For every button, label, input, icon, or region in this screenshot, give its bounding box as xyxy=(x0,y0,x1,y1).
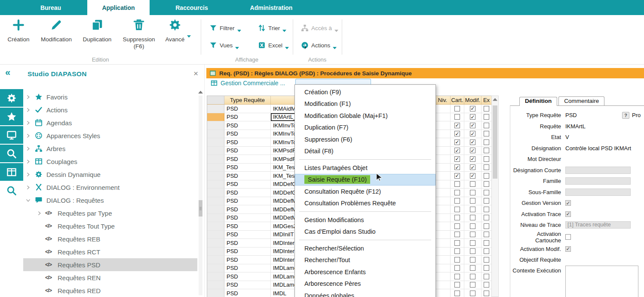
menu-item-listes-partag-es-objet[interactable]: Listes Partagées Objet xyxy=(295,162,435,174)
row-selector[interactable] xyxy=(207,164,224,172)
cart-checkbox[interactable] xyxy=(454,106,460,111)
modif-checkbox[interactable] xyxy=(470,274,475,279)
ex-checkbox[interactable] xyxy=(484,265,489,271)
cart-checkbox[interactable] xyxy=(454,257,460,263)
row-selector[interactable] xyxy=(207,205,224,213)
ex-checkbox[interactable] xyxy=(484,282,489,288)
row-selector[interactable] xyxy=(207,113,224,121)
modif-checkbox[interactable] xyxy=(470,223,475,229)
actions-button[interactable]: Actions xyxy=(301,40,337,50)
search-rail-button[interactable] xyxy=(0,182,23,199)
tree-item-apparences-styles[interactable]: Apparences Styles xyxy=(23,129,197,142)
modif-checkbox[interactable] xyxy=(470,232,475,237)
row-selector[interactable] xyxy=(207,281,224,289)
ex-checkbox[interactable] xyxy=(484,248,489,254)
chevron-right-icon[interactable] xyxy=(26,95,33,99)
row-selector[interactable] xyxy=(207,214,224,222)
row-selector[interactable] xyxy=(207,222,224,230)
creation-button[interactable]: Création xyxy=(2,19,35,43)
cart-checkbox[interactable] xyxy=(454,207,460,212)
modif-checkbox[interactable] xyxy=(470,215,475,220)
menu-item-modification-f1[interactable]: Modification (F1) xyxy=(295,98,435,110)
row-selector[interactable] xyxy=(207,147,224,155)
chevron-right-icon[interactable] xyxy=(26,185,33,190)
modif-checkbox[interactable] xyxy=(470,190,475,195)
row-selector[interactable] xyxy=(207,138,224,146)
row-selector[interactable] xyxy=(207,130,224,138)
tree-item-arbres[interactable]: Arbres xyxy=(23,142,197,155)
modif-checkbox[interactable] xyxy=(470,248,475,254)
cart-checkbox[interactable] xyxy=(454,265,460,271)
tree-item-requ-tes-par-type[interactable]: </>Requêtes par Type xyxy=(23,207,197,220)
ex-checkbox[interactable] xyxy=(484,257,489,263)
menu-item-donn-es-globales[interactable]: Données globales xyxy=(295,290,435,297)
modif-checkbox[interactable]: ✓ xyxy=(470,131,475,136)
tab-definition[interactable]: Définition xyxy=(519,97,557,106)
vues-button[interactable]: Vues xyxy=(209,40,239,50)
cart-checkbox[interactable] xyxy=(454,181,460,187)
ex-checkbox[interactable] xyxy=(484,232,489,237)
menu-item-d-tail-f8[interactable]: Détail (F8) xyxy=(295,145,435,158)
cart-checkbox[interactable]: ✓ xyxy=(454,173,460,179)
chevron-down-icon[interactable] xyxy=(187,32,191,35)
column-header-niv[interactable]: Niv. xyxy=(435,96,451,104)
tree-item-requ-tes-tout-type[interactable]: </>Requêtes Tout Type xyxy=(23,220,197,232)
tab-commentaire[interactable]: Commentaire xyxy=(558,96,604,105)
chevron-down-icon[interactable] xyxy=(26,198,33,203)
cart-checkbox[interactable] xyxy=(454,198,460,204)
row-selector[interactable] xyxy=(207,256,224,264)
modif-checkbox[interactable]: ✓ xyxy=(470,173,475,179)
cart-checkbox[interactable] xyxy=(454,215,460,220)
chevron-right-icon[interactable] xyxy=(37,211,44,216)
ex-checkbox[interactable] xyxy=(484,198,489,204)
tree-item-requ-tes-psd[interactable]: </>Requêtes PSD xyxy=(23,258,197,271)
tree-item-dialog-requ-tes[interactable]: DIALOG : Requêtes xyxy=(23,194,197,207)
tree-item-requ-tes-red[interactable]: </>Requêtes RED xyxy=(23,284,197,297)
scroll-up-icon[interactable] xyxy=(198,90,203,94)
table-scrollbar[interactable] xyxy=(491,96,499,297)
tree-item-requ-tes-rct[interactable]: </>Requêtes RCT xyxy=(23,245,197,258)
menu-item-gestion-modifications[interactable]: Gestion Modifications xyxy=(295,214,435,226)
ex-checkbox[interactable] xyxy=(484,240,489,246)
modif-checkbox[interactable] xyxy=(470,181,475,187)
row-selector[interactable] xyxy=(207,289,224,297)
sidebar-scrollbar[interactable] xyxy=(198,90,203,295)
tree-item-requ-tes-ren[interactable]: </>Requêtes REN xyxy=(23,271,197,284)
row-selector[interactable] xyxy=(207,172,224,180)
chevron-right-icon[interactable] xyxy=(26,133,33,138)
modif-checkbox[interactable]: ✓ xyxy=(470,114,475,120)
scrollbar-track[interactable] xyxy=(199,96,202,295)
menu-item-arborescence-p-res[interactable]: Arborescence Pères xyxy=(295,278,435,290)
doc-tab-gestion-commerciale[interactable]: Gestion Commerciale ... xyxy=(211,80,285,87)
menu-item-rechercher-tout[interactable]: Rechercher/Tout xyxy=(295,254,435,266)
row-selector[interactable] xyxy=(207,272,224,281)
tree-item-dessin-dynamique[interactable]: Dessin Dynamique xyxy=(23,168,197,181)
chevron-right-icon[interactable] xyxy=(26,159,33,164)
ex-checkbox[interactable] xyxy=(484,148,489,153)
row-selector[interactable] xyxy=(207,264,224,272)
chevron-right-icon[interactable] xyxy=(26,121,33,125)
modif-checkbox[interactable] xyxy=(470,257,475,263)
modif-checkbox[interactable] xyxy=(470,291,475,296)
gear-rail-button[interactable] xyxy=(0,89,23,107)
column-header-ex[interactable]: Ex xyxy=(481,96,491,104)
menu-item-arborescence-enfants[interactable]: Arborescence Enfants xyxy=(295,266,435,278)
columns-rail-button[interactable] xyxy=(0,163,23,181)
column-header-modif[interactable]: Modif. xyxy=(464,96,481,104)
trier-button[interactable]: Trier xyxy=(258,23,286,33)
ex-checkbox[interactable] xyxy=(484,156,489,162)
chevron-right-icon[interactable] xyxy=(26,146,33,151)
cart-checkbox[interactable]: ✓ xyxy=(454,131,460,136)
star-rail-button[interactable] xyxy=(0,108,23,125)
cart-checkbox[interactable] xyxy=(454,223,460,229)
row-selector[interactable] xyxy=(207,248,224,256)
tree-item-actions[interactable]: Actions xyxy=(23,103,197,116)
row-selector[interactable] xyxy=(207,121,224,130)
modif-checkbox[interactable] xyxy=(470,265,475,271)
chevron-down-icon[interactable] xyxy=(333,44,337,46)
row-selector[interactable] xyxy=(207,155,224,163)
contexte-execution-textarea[interactable] xyxy=(565,266,638,297)
modif-checkbox[interactable] xyxy=(470,240,475,246)
row-selector[interactable] xyxy=(207,197,224,205)
chevron-right-icon[interactable] xyxy=(26,108,33,112)
